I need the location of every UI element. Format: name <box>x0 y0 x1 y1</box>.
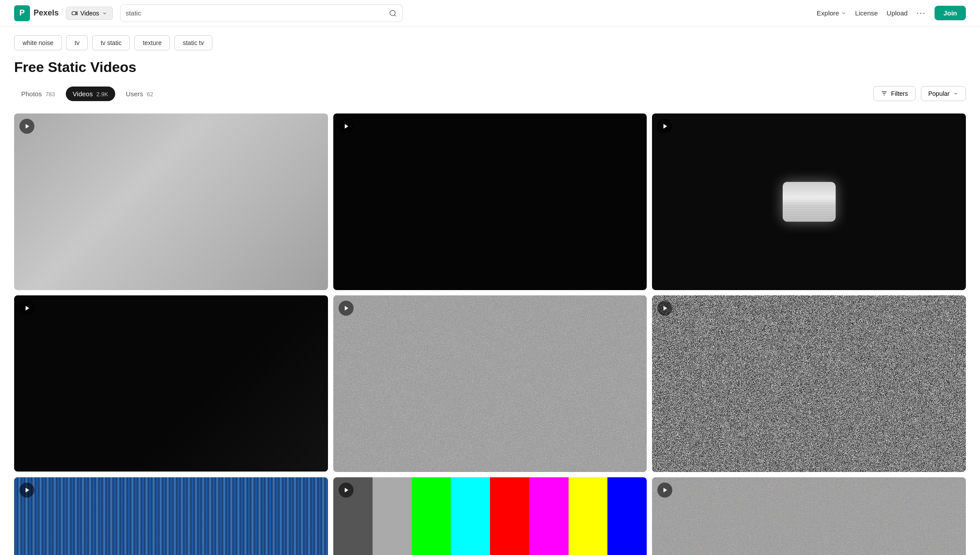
tab-photos[interactable]: Photos 783 <box>14 87 62 101</box>
video-card-2[interactable] <box>333 113 647 290</box>
explore-link[interactable]: Explore <box>817 9 846 17</box>
search-icon <box>389 9 397 17</box>
logo-name: Pexels <box>34 8 59 18</box>
chevron-down-icon <box>841 11 846 16</box>
logo[interactable]: P Pexels <box>14 5 59 21</box>
play-icon <box>662 123 668 129</box>
play-icon <box>24 487 30 493</box>
video-card-1[interactable] <box>14 113 328 290</box>
svg-rect-5 <box>333 295 647 472</box>
static-pattern <box>333 295 647 472</box>
tv-screen <box>783 182 836 222</box>
video-card-5[interactable] <box>333 295 647 472</box>
tags-bar: white noise tv tv static texture static … <box>0 26 980 59</box>
tag-tv[interactable]: tv <box>66 35 88 50</box>
play-button-9[interactable] <box>657 483 672 498</box>
play-button-1[interactable] <box>19 119 34 134</box>
play-button-3[interactable] <box>657 119 672 134</box>
colorful-static-pattern <box>652 477 966 555</box>
play-button-5[interactable] <box>339 301 354 316</box>
upload-link[interactable]: Upload <box>887 9 908 17</box>
svg-rect-0 <box>72 11 76 15</box>
play-icon <box>662 305 668 311</box>
search-input[interactable] <box>126 9 385 17</box>
filters-button[interactable]: Filters <box>873 86 916 101</box>
video-card-6[interactable] <box>652 295 966 472</box>
play-button-4[interactable] <box>19 301 34 316</box>
play-icon <box>662 487 668 493</box>
tag-tv-static[interactable]: tv static <box>92 35 130 50</box>
filter-controls: Filters Popular <box>873 86 966 101</box>
play-button-7[interactable] <box>19 483 34 498</box>
filter-row: Photos 783 Videos 2.9K Users 62 Filters … <box>14 86 966 101</box>
filter-tabs: Photos 783 Videos 2.9K Users 62 <box>14 87 873 101</box>
play-icon <box>343 123 350 129</box>
play-icon <box>24 123 30 129</box>
videos-dropdown[interactable]: Videos <box>66 7 113 20</box>
header-nav: Explore License Upload ··· Join <box>817 6 966 20</box>
play-icon <box>343 305 350 311</box>
users-count: 62 <box>147 91 153 98</box>
join-button[interactable]: Join <box>935 6 966 20</box>
play-button-2[interactable] <box>339 119 354 134</box>
video-card-9[interactable] <box>652 477 966 555</box>
license-link[interactable]: License <box>855 9 878 17</box>
tag-texture[interactable]: texture <box>134 35 170 50</box>
video-card-4[interactable] <box>14 295 328 472</box>
video-icon <box>72 10 78 16</box>
page-title: Free Static Videos <box>14 59 966 76</box>
photos-count: 783 <box>45 91 55 98</box>
logo-icon: P <box>14 5 30 21</box>
svg-rect-7 <box>652 477 966 555</box>
popular-dropdown[interactable]: Popular <box>921 86 966 101</box>
tag-white-noise[interactable]: white noise <box>14 35 62 50</box>
search-bar <box>120 4 403 22</box>
tab-videos[interactable]: Videos 2.9K <box>66 87 116 101</box>
video-card-7[interactable] <box>14 477 328 555</box>
video-grid <box>14 113 966 555</box>
page-content: Free Static Videos Photos 783 Videos 2.9… <box>0 59 980 555</box>
svg-point-1 <box>390 10 395 15</box>
video-card-8[interactable] <box>333 477 647 555</box>
play-icon <box>24 305 30 311</box>
videos-count: 2.9K <box>96 91 108 98</box>
tag-static-tv[interactable]: static tv <box>174 35 212 50</box>
play-button-8[interactable] <box>339 483 354 498</box>
chevron-down-icon <box>102 11 107 16</box>
play-button-6[interactable] <box>657 301 672 316</box>
header: P Pexels Videos Explore Lice <box>0 0 980 26</box>
bw-static-pattern <box>652 295 966 472</box>
svg-rect-6 <box>652 295 966 472</box>
chevron-down-icon <box>953 91 958 96</box>
filter-icon <box>881 90 888 97</box>
tab-users[interactable]: Users 62 <box>119 87 160 101</box>
play-icon <box>343 487 350 493</box>
search-button[interactable] <box>389 9 397 17</box>
video-card-3[interactable] <box>652 113 966 290</box>
more-button[interactable]: ··· <box>916 8 926 18</box>
